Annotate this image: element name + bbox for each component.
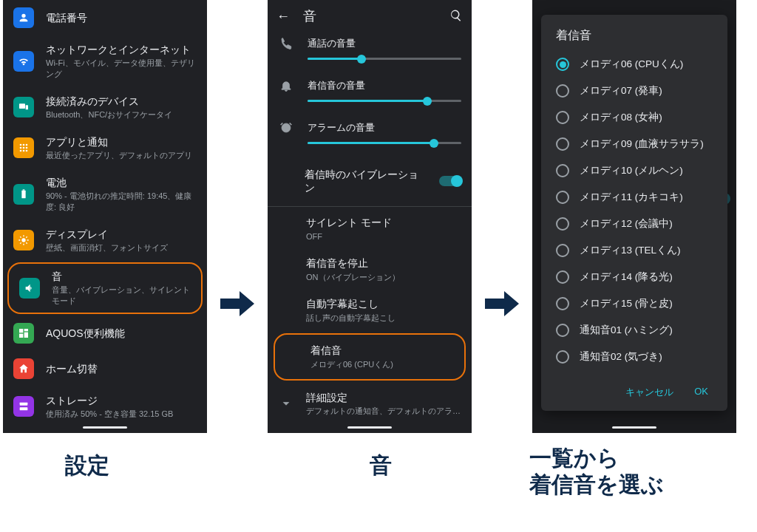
svg-point-6 [23, 147, 25, 149]
ringtone-option[interactable]: メロディ14 (降る光) [547, 264, 722, 290]
option-label: メロディ12 (会議中) [580, 218, 673, 231]
option-label: メロディ06 (CPUくん) [580, 58, 683, 71]
ok-button[interactable]: OK [694, 386, 708, 399]
live-caption-row[interactable]: 自動字幕起こし 話し声の自動字幕起こし [268, 290, 472, 330]
svg-rect-19 [20, 408, 28, 411]
advanced-row[interactable]: 詳細設定 デフォルトの通知音、デフォルトのアラ… [268, 383, 472, 424]
option-label: 通知音02 (気づき) [580, 351, 662, 364]
item-title: 電話番号 [46, 11, 197, 24]
ringtone-option[interactable]: メロディ06 (CPUくん) [547, 51, 722, 78]
settings-item-home[interactable]: ホーム切替 [3, 351, 207, 386]
search-icon[interactable] [449, 9, 463, 24]
option-label: メロディ11 (カキコキ) [580, 191, 683, 204]
item-title: ディスプレイ [46, 228, 197, 241]
ringtone-option[interactable]: メロディ11 (カキコキ) [547, 184, 722, 211]
storage-icon [13, 396, 34, 417]
item-sub: 壁紙、画面消灯、フォントサイズ [46, 242, 197, 253]
sound-screen: ← 音 通話の音量着信音の音量アラームの音量 着信時のバイブレーション サイレン… [268, 0, 472, 433]
item-sub: Bluetooth、NFC/おサイフケータイ [46, 109, 197, 120]
svg-rect-1 [26, 106, 28, 110]
slider-track[interactable] [308, 100, 461, 102]
ringtone-option[interactable]: メロディ09 (血液サラサラ) [547, 131, 722, 157]
settings-item-aquos[interactable]: AQUOS便利機能 [3, 316, 207, 351]
ringtone-row[interactable]: 着信音 メロディ06 (CPUくん) [281, 341, 458, 372]
caption-choose: 一覧から 着信音を選ぶ [529, 445, 664, 498]
svg-point-3 [23, 144, 25, 146]
radio-icon [556, 111, 569, 124]
alarm-icon [278, 121, 294, 134]
item-title: 電池 [46, 176, 197, 189]
volume-icon [19, 278, 40, 299]
nav-indicator[interactable] [347, 426, 392, 429]
settings-item-sound-highlight: 音 音量、バイブレーション、サイレント モード [7, 262, 203, 314]
settings-item-network[interactable]: ネットワークとインターネット Wi-Fi、モバイル、データ使用量、テザリング [3, 35, 207, 87]
svg-rect-12 [23, 189, 25, 190]
slider-label: 通話の音量 [308, 37, 461, 50]
option-label: メロディ14 (降る光) [580, 271, 673, 284]
option-label: メロディ13 (TELくん) [580, 245, 681, 257]
stop-ringtone-row[interactable]: 着信音を停止 ON（バイブレーション） [268, 249, 472, 290]
radio-icon [556, 84, 569, 98]
ringtone-option[interactable]: メロディ10 (メルヘン) [547, 157, 722, 184]
ringtone-option[interactable]: メロディ08 (女神) [547, 104, 722, 131]
caption-sound: 音 [370, 452, 392, 479]
svg-point-5 [20, 147, 22, 149]
svg-rect-18 [20, 403, 28, 406]
arrow-icon [220, 291, 254, 319]
ringtone-option[interactable]: メロディ12 (会議中) [547, 211, 722, 237]
slider-track[interactable] [308, 58, 461, 60]
svg-point-4 [26, 144, 28, 146]
nav-indicator[interactable] [612, 426, 656, 429]
radio-icon [556, 217, 569, 231]
silent-mode-row[interactable]: サイレント モード OFF [268, 208, 472, 249]
toggle-switch[interactable] [439, 176, 461, 186]
ringtone-option[interactable]: メロディ15 (骨と皮) [547, 290, 722, 317]
ringtone-option[interactable]: 通知音02 (気づき) [547, 344, 722, 370]
radio-icon [556, 244, 569, 257]
svg-rect-16 [24, 332, 28, 337]
ringtone-list[interactable]: メロディ06 (CPUくん)メロディ07 (発車)メロディ08 (女神)メロディ… [547, 51, 722, 378]
back-icon[interactable]: ← [276, 9, 290, 24]
cancel-button[interactable]: キャンセル [625, 386, 673, 399]
svg-rect-14 [19, 329, 23, 332]
settings-item-devices[interactable]: 接続済みのデバイス Bluetooth、NFC/おサイフケータイ [3, 87, 207, 128]
vibration-label: 着信時のバイブレーション [305, 168, 427, 194]
settings-item-storage[interactable]: ストレージ 使用済み 50% - 空き容量 32.15 GB [3, 386, 207, 427]
settings-item-battery[interactable]: 電池 90% - 電池切れの推定時間: 19:45、健康度: 良好 [3, 168, 207, 220]
item-sub: 話し声の自動字幕起こし [306, 313, 461, 324]
ringtone-option[interactable]: メロディ07 (発車) [547, 78, 722, 104]
item-title: 着信音を停止 [306, 256, 461, 270]
settings-item-sound[interactable]: 音 音量、バイブレーション、サイレント モード [15, 270, 195, 307]
slider-track[interactable] [308, 142, 461, 144]
ringtone-option[interactable]: メロディ13 (TELくん) [547, 237, 722, 264]
volume-slider-row[interactable]: アラームの音量 [268, 117, 472, 159]
settings-item-phone[interactable]: 電話番号 [3, 0, 207, 35]
settings-item-apps[interactable]: アプリと通知 最近使ったアプリ、デフォルトのアプリ [3, 128, 207, 168]
item-title: 音 [52, 270, 191, 283]
radio-icon [556, 297, 569, 310]
vibration-toggle-row[interactable]: 着信時のバイブレーション [268, 159, 472, 205]
item-title: ホーム切替 [46, 362, 197, 375]
nav-indicator[interactable] [83, 426, 127, 429]
volume-slider-row[interactable]: 着信音の音量 [268, 75, 472, 117]
slider-thumb[interactable] [357, 55, 366, 64]
bell-icon [278, 79, 294, 92]
item-title: AQUOS便利機能 [46, 327, 197, 340]
slider-label: アラームの音量 [308, 121, 461, 134]
item-sub: Wi-Fi、モバイル、データ使用量、テザリング [46, 58, 197, 80]
volume-slider-row[interactable]: 通話の音量 [268, 33, 472, 75]
devices-icon [13, 97, 34, 117]
ringtone-option[interactable]: 通知音01 (ハミング) [547, 317, 722, 344]
settings-screen: 電話番号 ネットワークとインターネット Wi-Fi、モバイル、データ使用量、テザ… [3, 0, 207, 433]
option-label: メロディ15 (骨と皮) [580, 298, 673, 310]
slider-thumb[interactable] [423, 97, 432, 106]
item-sub: OFF [306, 231, 461, 242]
slider-thumb[interactable] [430, 139, 438, 148]
svg-point-13 [21, 239, 25, 242]
settings-item-display[interactable]: ディスプレイ 壁紙、画面消灯、フォントサイズ [3, 220, 207, 261]
radio-icon [556, 270, 569, 284]
item-title: ネットワークとインターネット [46, 43, 197, 56]
dialog-title: 着信音 [547, 25, 722, 51]
item-sub: メロディ06 (CPUくん) [310, 359, 454, 370]
arrow-icon [485, 291, 519, 319]
